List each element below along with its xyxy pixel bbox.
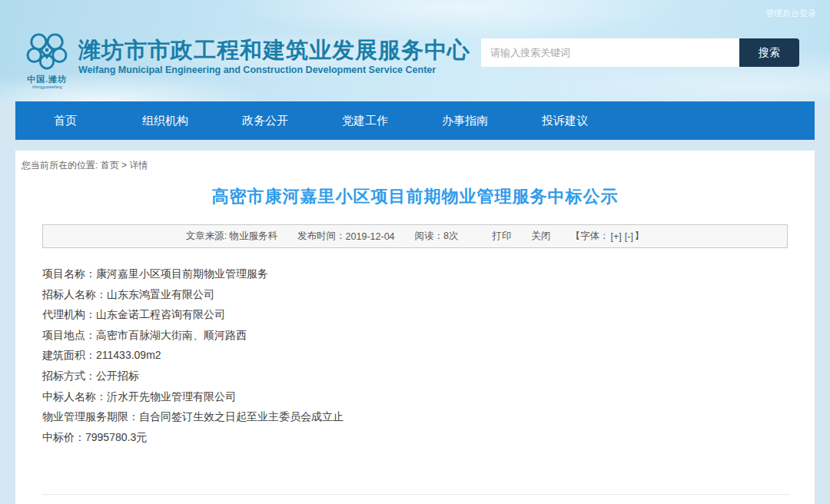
main-nav: 首页组织机构政务公开党建工作办事指南投诉建议 xyxy=(15,101,815,140)
admin-login-link[interactable]: 管理后台登录 xyxy=(765,8,816,19)
nav-item[interactable]: 政务公开 xyxy=(215,101,315,140)
article-meta-bar: 文章来源: 物业服务科 发布时间：2019-12-04 阅读：8次 打印 关闭 … xyxy=(42,224,788,248)
breadcrumb-separator: > xyxy=(121,160,127,171)
kite-logo-icon xyxy=(25,60,69,73)
font-increase-button[interactable]: [+] xyxy=(611,231,622,242)
article-line: 代理机构：山东金诺工程咨询有限公司 xyxy=(42,304,788,325)
nav-item[interactable]: 组织机构 xyxy=(115,101,215,140)
site-header: 管理后台登录 中国.潍坊 zhongguoweifang 潍坊市市政工程和建筑业… xyxy=(0,0,830,101)
article-line: 中标人名称：沂水开先物业管理有限公司 xyxy=(42,386,788,407)
article-line: 物业管理服务期限：自合同签订生效之日起至业主委员会成立止 xyxy=(42,406,788,427)
nav-item[interactable]: 党建工作 xyxy=(315,101,415,140)
article-line: 招标方式：公开招标 xyxy=(42,366,788,386)
nav-item[interactable]: 办事指南 xyxy=(415,101,515,140)
article-line: 招标人名称：山东东鸿置业有限公司 xyxy=(42,284,788,305)
search-box: 搜索 xyxy=(481,38,799,67)
meta-publish-label: 发布时间： xyxy=(297,230,346,243)
article-line: 项目名称：康河嘉里小区项目前期物业管理服务 xyxy=(42,264,788,284)
meta-publish-date: 2019-12-04 xyxy=(346,231,395,242)
search-input[interactable] xyxy=(481,38,739,67)
site-subtitle: Weifang Municipal Engineering and Constr… xyxy=(78,65,470,75)
content-panel: 您当前所在的位置: 首页 > 详情 高密市康河嘉里小区项目前期物业管理服务中标公… xyxy=(15,151,815,504)
breadcrumb-prefix: 您当前所在的位置: xyxy=(22,160,98,171)
article-title: 高密市康河嘉里小区项目前期物业管理服务中标公示 xyxy=(15,185,815,208)
font-decrease-button[interactable]: [-] xyxy=(625,231,633,242)
font-size-label-suffix: 】 xyxy=(635,230,645,243)
breadcrumb-home-link[interactable]: 首页 xyxy=(101,160,119,171)
font-size-label: 【字体： xyxy=(571,230,609,243)
article-line: 建筑面积：211433.09m2 xyxy=(42,345,788,366)
logo-pinyin: zhongguoweifang xyxy=(32,85,61,90)
meta-source-label: 文章来源: xyxy=(186,230,227,243)
breadcrumb-current: 详情 xyxy=(129,160,148,171)
page: 管理后台登录 中国.潍坊 zhongguoweifang 潍坊市市政工程和建筑业… xyxy=(0,0,830,504)
logo-text: 中国.潍坊 xyxy=(23,74,71,85)
site-logo[interactable]: 中国.潍坊 zhongguoweifang xyxy=(23,32,71,92)
nav-item[interactable]: 首页 xyxy=(15,101,115,140)
print-button[interactable]: 打印 xyxy=(493,230,512,243)
article-line: 项目地点：高密市百脉湖大街南、顺河路西 xyxy=(42,325,788,346)
close-button[interactable]: 关闭 xyxy=(532,230,551,243)
search-button[interactable]: 搜索 xyxy=(739,38,799,67)
article-body: 项目名称：康河嘉里小区项目前期物业管理服务招标人名称：山东东鸿置业有限公司代理机… xyxy=(42,264,788,447)
site-title-block: 潍坊市市政工程和建筑业发展服务中心 Weifang Municipal Engi… xyxy=(78,36,470,75)
article-line: 中标价：7995780.3元 xyxy=(42,427,788,448)
nav-item[interactable]: 投诉建议 xyxy=(515,101,615,140)
meta-read-count: 8次 xyxy=(443,230,458,243)
footer-divider xyxy=(42,494,789,495)
site-title: 潍坊市市政工程和建筑业发展服务中心 xyxy=(78,36,470,64)
breadcrumb: 您当前所在的位置: 首页 > 详情 xyxy=(15,151,815,172)
meta-source-value: 物业服务科 xyxy=(230,230,278,243)
meta-read-label: 阅读： xyxy=(415,230,444,243)
